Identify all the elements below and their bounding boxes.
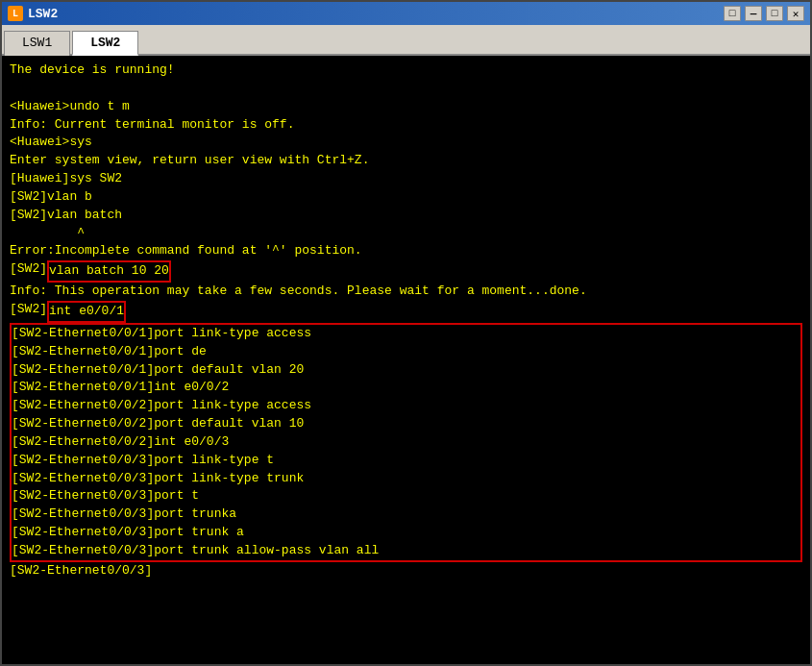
- terminal-line: [SW2-Ethernet0/0/1]port de: [12, 343, 800, 361]
- terminal-line: <Huawei>undo t m: [10, 98, 802, 116]
- terminal-line: [SW2]vlan batch: [10, 207, 802, 225]
- terminal-line: [SW2-Ethernet0/0/3]port t: [12, 487, 800, 506]
- terminal-line: [SW2-Ethernet0/0/3]port trunk a: [12, 524, 800, 542]
- window-title: LSW2: [28, 7, 58, 21]
- terminal-line: [SW2-Ethernet0/0/3]port trunk allow-pass…: [12, 542, 800, 560]
- tab-lsw2[interactable]: LSW2: [72, 31, 138, 56]
- terminal-line: Enter system view, return user view with…: [10, 152, 802, 170]
- title-bar-left: L LSW2: [8, 6, 58, 21]
- app-icon: L: [8, 6, 23, 21]
- terminal-line: [SW2-Ethernet0/0/3]port link-type t: [12, 452, 800, 470]
- terminal-line: [SW2-Ethernet0/0/3]port trunka: [12, 506, 800, 524]
- terminal-line: <Huawei>sys: [10, 134, 802, 152]
- highlight-group-1: [SW2-Ethernet0/0/1]port link-type access…: [10, 323, 802, 452]
- title-controls: □ — □ ✕: [724, 6, 804, 21]
- terminal-line: [SW2-Ethernet0/0/2]port link-type access: [12, 397, 800, 415]
- terminal-line: [SW2-Ethernet0/0/2]int e0/0/3: [12, 433, 800, 452]
- terminal-line: [SW2-Ethernet0/0/3]port link-type trunk: [12, 470, 800, 488]
- tab-lsw1[interactable]: LSW1: [4, 31, 70, 56]
- tab-bar: LSW1 LSW2: [2, 25, 810, 56]
- main-window: L LSW2 □ — □ ✕ LSW1 LSW2 The device is r…: [0, 0, 812, 666]
- minimize-button[interactable]: —: [745, 6, 762, 21]
- highlight-group-2: [SW2-Ethernet0/0/3]port link-type t [SW2…: [10, 452, 802, 562]
- terminal-line: [SW2-Ethernet0/0/3]: [10, 562, 802, 580]
- terminal-line: Error:Incomplete command found at '^' po…: [10, 242, 802, 260]
- restore-button[interactable]: □: [724, 6, 741, 21]
- terminal-line: [Huawei]sys SW2: [10, 170, 802, 188]
- terminal-line: [SW2-Ethernet0/0/1]port default vlan 20: [12, 361, 800, 380]
- terminal-line-highlighted: [SW2]int e0/0/1: [10, 301, 802, 323]
- terminal-line: [SW2-Ethernet0/0/1]int e0/0/2: [12, 379, 800, 397]
- maximize-button[interactable]: □: [766, 6, 783, 21]
- title-bar: L LSW2 □ — □ ✕: [2, 2, 810, 25]
- terminal-line: ^: [10, 225, 802, 243]
- terminal-line-highlighted: [SW2]vlan batch 10 20: [10, 260, 802, 283]
- terminal-output: The device is running! <Huawei>undo t m …: [2, 56, 810, 664]
- terminal-line: [SW2-Ethernet0/0/2]port default vlan 10: [12, 415, 800, 433]
- terminal-line: [SW2]vlan b: [10, 188, 802, 207]
- terminal-line: The device is running!: [10, 62, 802, 80]
- terminal-line: [10, 80, 802, 98]
- terminal-line: [SW2-Ethernet0/0/1]port link-type access: [12, 325, 800, 343]
- close-button[interactable]: ✕: [787, 6, 804, 21]
- terminal-line: Info: This operation may take a few seco…: [10, 283, 802, 301]
- terminal-line: Info: Current terminal monitor is off.: [10, 116, 802, 135]
